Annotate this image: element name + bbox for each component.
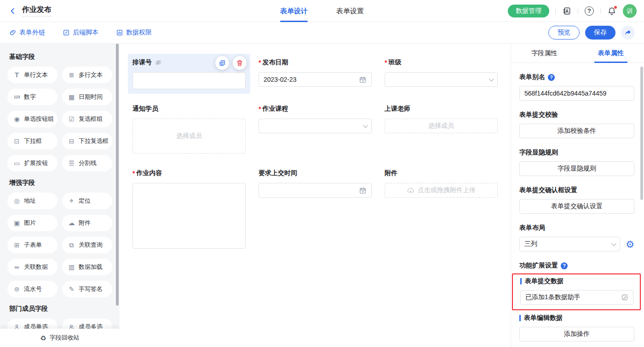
divider xyxy=(555,8,556,14)
data-load-icon xyxy=(68,263,75,271)
panel-scrollbar[interactable] xyxy=(640,67,643,200)
field-pill-single-line-text[interactable]: 单行文本 xyxy=(7,67,58,83)
field-pill-multi-line-text[interactable]: 多行文本 xyxy=(62,67,112,83)
field-block-attachment[interactable]: 附件 点击或拖拽附件上传 xyxy=(380,165,502,202)
preview-button[interactable]: 预览 xyxy=(548,26,580,40)
date-input[interactable]: 2023-02-23 xyxy=(259,72,372,87)
visibility-rules-button[interactable]: 字段显隐规则 xyxy=(519,161,634,176)
field-pill-divider[interactable]: 分割线 xyxy=(62,155,112,171)
form-alias-label: 表单别名? xyxy=(519,73,634,81)
script-icon xyxy=(63,29,70,36)
submit-confirm-button[interactable]: 表单提交确认设置 xyxy=(519,199,634,214)
field-block-notify-students[interactable]: 通知学员 选择成员 xyxy=(128,100,250,158)
field-pill-signature[interactable]: 手写签名 xyxy=(62,281,112,297)
copy-icon xyxy=(218,59,226,67)
field-block-class[interactable]: *班级 xyxy=(380,54,502,91)
share-button[interactable] xyxy=(621,26,635,40)
field-pill-address[interactable]: 地址 xyxy=(7,193,58,209)
layout-select[interactable]: 三列 xyxy=(519,237,620,251)
help-icon[interactable]: ? xyxy=(548,74,555,81)
field-block-publish-date[interactable]: *发布日期 2023-02-23 xyxy=(254,54,376,91)
field-block-paikehao[interactable]: 排课号 xyxy=(128,54,250,94)
field-pill-select[interactable]: 下拉框 xyxy=(7,133,58,149)
data-manage-button[interactable]: 数据管理 xyxy=(508,5,549,17)
date-input[interactable] xyxy=(259,183,372,198)
section-title-enhanced: 增强字段 xyxy=(9,179,112,187)
extension-settings-label: 功能扩展设置? xyxy=(519,262,634,270)
save-button[interactable]: 保存 xyxy=(585,26,615,40)
submit-validation-label: 表单提交校验 xyxy=(519,111,634,119)
calendar-icon xyxy=(359,187,367,194)
field-block-course[interactable]: *作业课程 xyxy=(254,100,376,138)
field-pill-location[interactable]: 定位 xyxy=(62,193,112,209)
upload-dropzone[interactable]: 点击或拖拽附件上传 xyxy=(385,183,498,198)
topbar-actions: 数据管理 ? 训 xyxy=(508,4,637,18)
delete-field-button[interactable] xyxy=(233,56,247,70)
field-pill-subform[interactable]: 子表单 xyxy=(7,237,58,253)
help-icon[interactable]: ? xyxy=(561,262,568,269)
form-title[interactable]: 作业发布 xyxy=(22,5,52,17)
backend-script-button[interactable]: 后端脚本 xyxy=(63,28,98,37)
field-label: 作业内容 xyxy=(136,169,162,177)
chevron-left-icon xyxy=(9,7,17,15)
tab-form-settings[interactable]: 表单设置 xyxy=(336,0,364,22)
field-label: 班级 xyxy=(388,58,401,67)
field-pill-attachment[interactable]: 附件 xyxy=(62,215,112,231)
select-input[interactable] xyxy=(385,72,498,87)
field-block-homework-content[interactable]: *作业内容 xyxy=(128,165,250,253)
edit-icon[interactable] xyxy=(621,294,628,301)
external-link-button[interactable]: 表单外链 xyxy=(9,28,45,37)
help-icon[interactable]: ? xyxy=(584,6,594,16)
field-pill-data-load[interactable]: 数据加载 xyxy=(62,259,112,275)
data-permission-button[interactable]: 数据权限 xyxy=(116,28,152,37)
field-pill-number[interactable]: 数字 xyxy=(7,89,58,105)
required-mark: * xyxy=(259,59,261,66)
text-input[interactable] xyxy=(132,72,246,89)
gear-icon[interactable]: ⚙ xyxy=(626,239,634,249)
share-arrow-icon xyxy=(624,29,632,36)
field-pill-related-data[interactable]: 关联数据 xyxy=(7,259,58,275)
chevron-down-icon xyxy=(611,241,616,246)
signature-icon xyxy=(68,285,75,293)
select-input[interactable] xyxy=(259,119,372,133)
address-book-icon[interactable] xyxy=(562,6,572,16)
member-picker[interactable]: 选择成员 xyxy=(132,119,246,154)
form-toolbar: 表单外链 后端脚本 数据权限 预览 保存 xyxy=(0,22,644,44)
field-pill-checkbox-group[interactable]: 复选框组 xyxy=(62,111,112,127)
top-bar: 作业发布 表单设计 表单设置 数据管理 ? 训 xyxy=(0,0,644,22)
field-pill-radio-group[interactable]: 单选按钮组 xyxy=(7,111,58,127)
required-mark: * xyxy=(259,105,261,113)
field-pill-datetime[interactable]: 日期时间 xyxy=(62,89,112,105)
field-block-due-time[interactable]: 要求上交时间 xyxy=(254,165,376,202)
add-validation-button[interactable]: 添加校验条件 xyxy=(519,124,634,138)
field-label: 通知学员 xyxy=(132,105,158,113)
submit-data-label: 表单提交数据 xyxy=(520,277,633,285)
field-pill-related-query[interactable]: 关联查询 xyxy=(62,237,112,253)
member-picker[interactable]: 选择成员 xyxy=(385,119,498,133)
sidebar-scrollbar[interactable] xyxy=(116,44,119,306)
visibility-rules-label: 字段显隐规则 xyxy=(519,148,634,157)
image-icon xyxy=(13,219,21,227)
cloud-upload-icon xyxy=(407,187,414,194)
notification-bell-icon[interactable] xyxy=(607,6,617,16)
tab-form-properties[interactable]: 表单属性 xyxy=(578,44,644,63)
textarea-input[interactable] xyxy=(132,183,246,249)
avatar[interactable]: 训 xyxy=(623,4,637,18)
submit-data-input[interactable]: 已添加1条数据助手 xyxy=(520,290,633,305)
copy-field-button[interactable] xyxy=(215,56,229,70)
field-recycle-bin[interactable]: ♻字段回收站 xyxy=(0,329,120,347)
form-alias-input[interactable]: 568f144fcd642b9445a74459 xyxy=(519,86,634,101)
tab-form-design[interactable]: 表单设计 xyxy=(280,0,308,22)
field-label: 作业课程 xyxy=(262,105,288,113)
field-pill-image[interactable]: 图片 xyxy=(7,215,58,231)
field-pill-multi-select[interactable]: 下拉复选框 xyxy=(62,133,112,149)
add-operation-button[interactable]: 添加操作 xyxy=(519,327,634,341)
back-button[interactable] xyxy=(7,6,18,17)
field-pill-serial-number[interactable]: 流水号 xyxy=(7,281,58,297)
recycle-icon: ♻ xyxy=(40,335,46,341)
field-pill-extension-button[interactable]: 扩展按钮 xyxy=(7,155,58,171)
tab-field-properties[interactable]: 字段属性 xyxy=(511,44,578,63)
multi-line-text-icon xyxy=(68,71,75,79)
subform-icon xyxy=(13,241,21,249)
field-block-teacher[interactable]: 上课老师 选择成员 xyxy=(380,100,502,138)
